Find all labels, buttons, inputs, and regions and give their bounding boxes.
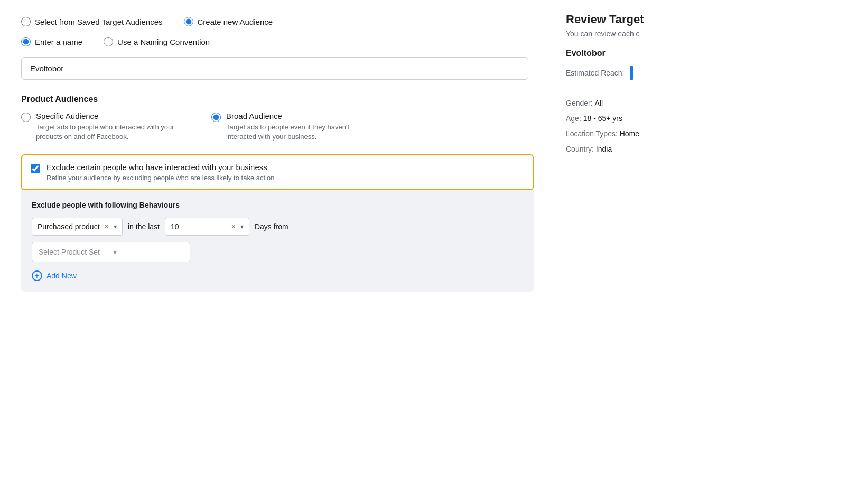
sidebar-audience-name: Evoltobor bbox=[566, 49, 692, 58]
naming-convention-option[interactable]: Use a Naming Convention bbox=[104, 37, 210, 46]
exclude-behaviours-panel: Exclude people with following Behaviours… bbox=[21, 190, 534, 292]
broad-audience-label: Broad Audience bbox=[226, 111, 370, 120]
product-set-select[interactable]: Select Product Set ▾ bbox=[32, 242, 190, 262]
specific-audience-desc: Target ads to people who interacted with… bbox=[36, 123, 180, 142]
age-label: Age: bbox=[566, 114, 581, 123]
country-value: India bbox=[596, 145, 612, 153]
enter-name-radio[interactable] bbox=[21, 37, 31, 46]
specific-audience-option: Specific Audience Target ads to people w… bbox=[21, 111, 180, 142]
specific-audience-label: Specific Audience bbox=[36, 111, 180, 120]
panel-title: Exclude people with following Behaviours bbox=[32, 201, 523, 209]
enter-name-option[interactable]: Enter a name bbox=[21, 37, 82, 46]
sidebar-divider bbox=[566, 89, 692, 89]
add-new-icon: + bbox=[32, 270, 42, 281]
audience-name-input[interactable] bbox=[21, 57, 528, 80]
product-set-chevron-icon[interactable]: ▾ bbox=[113, 248, 183, 256]
broad-audience-desc: Target ads to people even if they haven'… bbox=[226, 123, 370, 142]
create-new-radio[interactable] bbox=[184, 17, 193, 26]
country-label: Country: bbox=[566, 145, 594, 153]
create-new-label: Create new Audience bbox=[198, 17, 273, 26]
location-types-label: Location Types: bbox=[566, 129, 618, 138]
reach-bar bbox=[630, 66, 633, 80]
gender-value: All bbox=[594, 99, 603, 107]
add-new-label: Add New bbox=[46, 272, 77, 280]
naming-options-row: Enter a name Use a Naming Convention bbox=[21, 37, 534, 46]
naming-convention-label: Use a Naming Convention bbox=[117, 38, 210, 46]
broad-audience-radio[interactable] bbox=[211, 113, 221, 122]
exclude-desc: Refine your audience by excluding people… bbox=[46, 174, 274, 182]
behaviour-row: Purchased product Viewed product Added t… bbox=[32, 218, 523, 236]
behaviour-clear-icon[interactable]: ✕ bbox=[104, 223, 109, 230]
days-chevron-icon[interactable]: ▾ bbox=[240, 223, 244, 230]
add-new-row[interactable]: + Add New bbox=[32, 270, 523, 281]
days-clear-icon[interactable]: ✕ bbox=[231, 223, 236, 230]
specific-audience-radio[interactable] bbox=[21, 113, 31, 122]
saved-audiences-label: Select from Saved Target Audiences bbox=[35, 17, 163, 26]
estimated-reach-label: Estimated Reach: bbox=[566, 69, 625, 77]
exclude-checkbox-text: Exclude certain people who have interact… bbox=[46, 163, 274, 182]
location-types-value: Home bbox=[620, 129, 639, 138]
country-row: Country: India bbox=[566, 144, 692, 155]
days-select-wrapper[interactable]: 1 3 5 7 10 14 30 60 90 180 ✕ ▾ bbox=[165, 218, 249, 236]
product-audiences-section: Product Audiences Specific Audience Targ… bbox=[21, 95, 534, 142]
broad-audience-option: Broad Audience Target ads to people even… bbox=[211, 111, 370, 142]
saved-audiences-radio[interactable] bbox=[21, 17, 31, 26]
days-select[interactable]: 1 3 5 7 10 14 30 60 90 180 bbox=[171, 222, 227, 231]
in-the-last-label: in the last bbox=[128, 222, 160, 231]
enter-name-label: Enter a name bbox=[35, 38, 82, 46]
exclude-checkbox[interactable] bbox=[31, 164, 40, 173]
behaviour-select[interactable]: Purchased product Viewed product Added t… bbox=[38, 222, 100, 231]
days-from-label: Days from bbox=[255, 222, 288, 231]
exclude-checkbox-row[interactable]: Exclude certain people who have interact… bbox=[21, 154, 534, 190]
specific-audience-text: Specific Audience Target ads to people w… bbox=[36, 111, 180, 142]
gender-label: Gender: bbox=[566, 99, 593, 107]
product-audiences-title: Product Audiences bbox=[21, 95, 534, 104]
saved-audiences-option[interactable]: Select from Saved Target Audiences bbox=[21, 17, 163, 26]
naming-convention-radio[interactable] bbox=[104, 37, 113, 46]
exclude-title: Exclude certain people who have interact… bbox=[46, 163, 274, 172]
behaviour-chevron-icon[interactable]: ▾ bbox=[114, 223, 117, 230]
source-options-row: Select from Saved Target Audiences Creat… bbox=[21, 17, 534, 26]
sidebar: Review Target You can review each c Evol… bbox=[555, 0, 703, 504]
product-set-placeholder: Select Product Set bbox=[39, 248, 109, 256]
location-types-row: Location Types: Home bbox=[566, 128, 692, 139]
gender-row: Gender: All bbox=[566, 98, 692, 109]
age-row: Age: 18 - 65+ yrs bbox=[566, 113, 692, 124]
main-content: Select from Saved Target Audiences Creat… bbox=[0, 0, 555, 504]
behaviour-select-wrapper[interactable]: Purchased product Viewed product Added t… bbox=[32, 218, 123, 236]
create-new-option[interactable]: Create new Audience bbox=[184, 17, 273, 26]
product-set-row: Select Product Set ▾ bbox=[32, 242, 523, 262]
sidebar-title: Review Target bbox=[566, 13, 692, 26]
estimated-reach-row: Estimated Reach: bbox=[566, 66, 692, 80]
audience-options: Specific Audience Target ads to people w… bbox=[21, 111, 534, 142]
sidebar-subtitle: You can review each c bbox=[566, 30, 692, 38]
age-value: 18 - 65+ yrs bbox=[583, 114, 622, 123]
broad-audience-text: Broad Audience Target ads to people even… bbox=[226, 111, 370, 142]
